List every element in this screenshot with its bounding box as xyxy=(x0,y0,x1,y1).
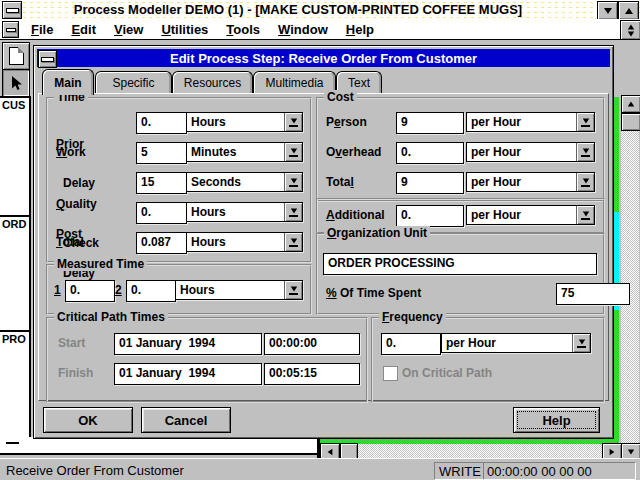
combo-arrow-icon[interactable] xyxy=(572,334,590,352)
vscroll-thumb[interactable] xyxy=(621,113,640,131)
work-value-field[interactable]: 5 xyxy=(136,142,187,164)
finish-time-field[interactable]: 00:05:15 xyxy=(264,363,360,385)
combo-arrow-icon[interactable] xyxy=(284,143,302,161)
restore-up-icon xyxy=(627,24,633,29)
maximize-button[interactable] xyxy=(618,1,639,20)
menubar: File Edit View Utilities Tools Window He… xyxy=(0,19,640,40)
child-sysmenu-button[interactable] xyxy=(2,21,19,38)
vscroll-up-button[interactable] xyxy=(621,95,640,113)
group-cost-label: Cost xyxy=(324,90,357,104)
child-restore-button[interactable] xyxy=(620,20,640,40)
app-title: Process Modeller DEMO (1) - [MAKE CUSTOM… xyxy=(0,2,596,17)
dialog-title: Edit Process Step: Receive Order From Cu… xyxy=(37,51,610,66)
cancel-button[interactable]: Cancel xyxy=(141,407,231,433)
additional-cost-field[interactable]: 0. xyxy=(396,205,464,227)
overhead-cost-unit-select[interactable]: per Hour xyxy=(466,142,595,162)
combo-arrow-icon[interactable] xyxy=(576,143,594,161)
write-mode-badge: WRITE xyxy=(434,462,486,480)
measured-unit-select[interactable]: Hours xyxy=(175,280,303,300)
prior-delay-value-field[interactable]: 0. xyxy=(136,112,187,134)
lane-divider xyxy=(0,215,29,217)
group-frequency: Frequency 0. per Hour On Critical Path xyxy=(371,317,605,403)
group-frequency-label: Frequency xyxy=(379,310,446,324)
menu-item-utilities[interactable]: Utilities xyxy=(152,19,217,39)
measured-2-label: 2 xyxy=(115,284,122,297)
combo-arrow-icon[interactable] xyxy=(576,173,594,191)
on-critical-path-checkbox xyxy=(383,366,398,381)
start-label: Start xyxy=(58,337,85,350)
lane-label-order: ORD xyxy=(2,218,26,230)
post-delay-unit-select[interactable]: Hours xyxy=(186,202,303,222)
combo-arrow-icon[interactable] xyxy=(284,203,302,221)
tab-main[interactable]: Main xyxy=(42,69,94,95)
combo-arrow-icon[interactable] xyxy=(576,206,594,224)
measured-1-label: 1 xyxy=(54,284,61,297)
menu-item-file[interactable]: File xyxy=(22,19,62,39)
help-button[interactable]: Help xyxy=(513,407,600,433)
right-arrow-icon xyxy=(610,448,615,454)
additional-cost-unit-select[interactable]: per Hour xyxy=(466,205,595,225)
up-arrow-icon xyxy=(628,102,634,107)
hscroll-track[interactable] xyxy=(320,444,602,458)
prior-delay-unit-select[interactable]: Hours xyxy=(186,112,303,132)
total-time-unit-select[interactable]: Hours xyxy=(186,232,303,252)
quality-check-unit-select[interactable]: Seconds xyxy=(186,172,303,192)
tab-resources[interactable]: Resources xyxy=(172,71,253,94)
status-bar: Receive Order From Customer WRITE 00:00:… xyxy=(0,458,640,480)
timer-display: 00:00:00 00 00 00 xyxy=(483,462,636,480)
child-sysmenu-dash-icon xyxy=(6,28,16,32)
diagram-connector-dash xyxy=(6,442,19,444)
post-delay-value-field[interactable]: 0. xyxy=(136,202,187,224)
person-cost-field[interactable]: 9 xyxy=(396,112,464,134)
combo-arrow-icon[interactable] xyxy=(284,281,302,299)
overhead-cost-field[interactable]: 0. xyxy=(396,142,464,164)
measured-1-field[interactable]: 0. xyxy=(65,280,115,302)
menu-item-window[interactable]: Window xyxy=(269,19,337,39)
total-time-value-field[interactable]: 0.087 xyxy=(136,232,187,254)
finish-label: Finish xyxy=(58,367,93,380)
group-cost: Cost Person 9 per Hour Overhead 0. per H… xyxy=(316,97,605,202)
toolbar-select-button[interactable] xyxy=(2,69,30,97)
time-spent-field[interactable]: 75 xyxy=(556,283,630,305)
frequency-unit-select[interactable]: per Hour xyxy=(441,333,591,353)
ok-button[interactable]: OK xyxy=(43,407,133,433)
combo-arrow-icon[interactable] xyxy=(576,113,594,131)
start-date-field[interactable]: 01 January 1994 xyxy=(114,333,262,355)
lane-label-customer: CUS xyxy=(2,99,25,111)
org-unit-field[interactable]: ORDER PROCESSING xyxy=(323,253,597,275)
group-organization-unit: Organization Unit ORDER PROCESSING % Of … xyxy=(316,233,605,315)
edit-process-step-dialog: Edit Process Step: Receive Order From Cu… xyxy=(33,45,614,439)
group-critical-path-label: Critical Path Times xyxy=(54,310,168,324)
frequency-value-field[interactable]: 0. xyxy=(381,333,441,355)
finish-date-field[interactable]: 01 January 1994 xyxy=(114,363,262,385)
vscroll-track[interactable] xyxy=(621,95,639,458)
work-unit-select[interactable]: Minutes xyxy=(186,142,303,162)
minimize-button[interactable] xyxy=(597,1,618,20)
diagram-lane-strip: CUS ORD PRO xyxy=(0,96,31,454)
on-critical-path-label: On Critical Path xyxy=(402,367,492,380)
combo-arrow-icon[interactable] xyxy=(284,113,302,131)
group-time: Time Prior Delay 0. Hours Work 5 Minutes… xyxy=(46,97,312,263)
menu-item-view[interactable]: View xyxy=(105,19,152,39)
measured-2-field[interactable]: 0. xyxy=(126,280,176,302)
menu-item-edit[interactable]: Edit xyxy=(62,19,105,39)
combo-arrow-icon[interactable] xyxy=(284,173,302,191)
group-measured-time-label: Measured Time xyxy=(54,257,147,271)
minimize-icon xyxy=(604,8,612,14)
dialog-titlebar: Edit Process Step: Receive Order From Cu… xyxy=(37,49,610,67)
start-time-field[interactable]: 00:00:00 xyxy=(264,333,360,355)
restore-down-icon xyxy=(627,31,633,36)
down-arrow-icon xyxy=(628,449,634,454)
diagram-bottom-area xyxy=(0,437,317,455)
quality-check-value-field[interactable]: 15 xyxy=(136,172,187,194)
menu-item-help[interactable]: Help xyxy=(337,19,383,39)
menu-item-tools[interactable]: Tools xyxy=(217,19,269,39)
arrow-cursor-icon xyxy=(8,75,24,91)
tab-specific[interactable]: Specific xyxy=(95,71,172,94)
total-cost-field[interactable]: 9 xyxy=(396,172,464,194)
time-spent-label: % Of Time Spent xyxy=(326,287,421,300)
combo-arrow-icon[interactable] xyxy=(284,233,302,251)
toolbar-new-button[interactable] xyxy=(2,42,30,70)
total-cost-unit-select[interactable]: per Hour xyxy=(466,172,595,192)
person-cost-unit-select[interactable]: per Hour xyxy=(466,112,595,132)
